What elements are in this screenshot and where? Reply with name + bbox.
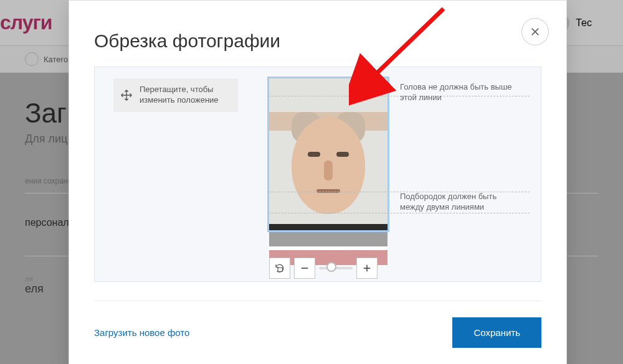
modal-footer: Загрузить новое фото Сохранить xyxy=(94,301,541,348)
zoom-out-button[interactable] xyxy=(294,258,315,279)
close-button[interactable] xyxy=(521,18,549,45)
rotate-button[interactable] xyxy=(269,258,290,279)
drag-hint-box: Перетащите, чтобы изменить положение xyxy=(113,78,238,112)
crop-photo-modal: Обрезка фотографии Перетащите, чтобы изм… xyxy=(69,0,567,364)
minus-icon xyxy=(300,264,309,273)
close-icon xyxy=(531,27,540,36)
crop-panel: Перетащите, чтобы изменить положение Гол… xyxy=(94,67,541,282)
rotate-icon xyxy=(274,263,285,274)
guide-text-top: Голова не должна быть выше этой линии xyxy=(400,82,518,103)
move-icon xyxy=(120,88,133,102)
zoom-slider[interactable] xyxy=(319,267,353,269)
crop-toolbar xyxy=(269,258,378,279)
photo-crop-area[interactable] xyxy=(269,78,388,265)
save-button[interactable]: Сохранить xyxy=(452,317,541,348)
plus-icon xyxy=(363,264,371,273)
guide-text-bottom: Подбородок должен быть между двумя линия… xyxy=(400,192,518,213)
drag-hint-text: Перетащите, чтобы изменить положение xyxy=(140,85,229,106)
modal-title: Обрезка фотографии xyxy=(94,1,541,67)
upload-new-photo-link[interactable]: Загрузить новое фото xyxy=(94,327,189,338)
zoom-slider-thumb[interactable] xyxy=(326,262,336,272)
zoom-in-button[interactable] xyxy=(356,258,378,279)
photo-preview[interactable] xyxy=(269,78,388,265)
